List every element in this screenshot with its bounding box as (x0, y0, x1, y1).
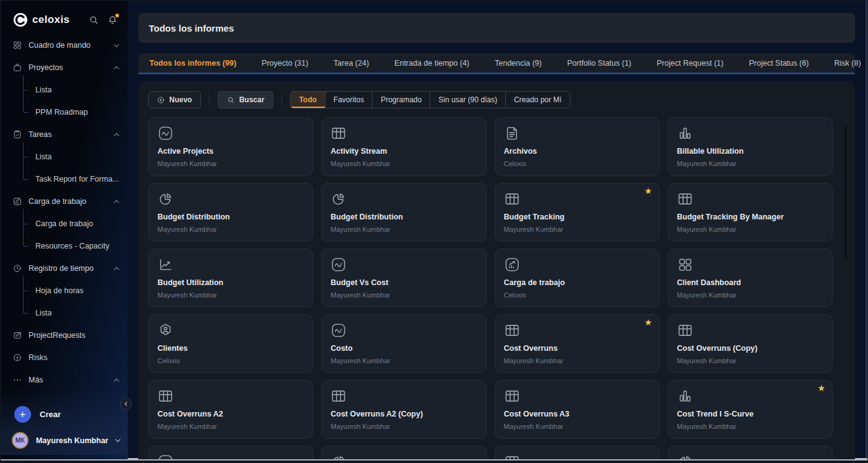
report-card-budget-vs-cost[interactable]: ★ Budget Vs Cost Mayuresh Kumbhar (321, 249, 486, 307)
tab-tendencia-9[interactable]: Tendencia (9) (495, 59, 542, 68)
tab-tarea-24[interactable]: Tarea (24) (334, 59, 369, 68)
report-card-billable-utilization[interactable]: ★ Billable Utilization Mayuresh Kumbhar (668, 117, 833, 176)
report-card[interactable] (321, 446, 486, 459)
sidebar-item-ppm-roadmap[interactable]: PPM Roadmap (1, 101, 128, 123)
report-card-activity-stream[interactable]: ★ Activity Stream Mayuresh Kumbhar (321, 117, 486, 176)
tree-connector (21, 168, 29, 190)
sidebar-item-registro-de-tiempo[interactable]: Registro de tiempo (1, 257, 128, 280)
report-card-cost-overruns[interactable]: ★ Cost Overruns Mayuresh Kumbhar (495, 314, 660, 373)
report-card-archivos[interactable]: ★ Archivos Celoxis (495, 117, 660, 176)
sidebar-item-lista[interactable]: Lista (1, 79, 128, 101)
reports-grid: ★ Active Projects Mayuresh Kumbhar ★ Act… (148, 117, 833, 439)
tab-project-status-6[interactable]: Project Status (6) (749, 59, 809, 68)
bar-chart-icon (677, 125, 693, 141)
report-title: Cost Overruns A2 (Copy) (330, 410, 477, 418)
notifications-bell-icon[interactable] (107, 15, 118, 25)
sidebar-item-label: Lista (35, 152, 51, 161)
sidebar-item-lista[interactable]: Lista (1, 146, 128, 168)
filter-programado[interactable]: Programado (373, 92, 430, 108)
report-card-cost-overruns-a2-copy[interactable]: ★ Cost Overruns A2 (Copy) Mayuresh Kumbh… (321, 380, 486, 439)
sidebar-item-cuadro-de-mando[interactable]: Cuadro de mando (1, 34, 128, 56)
sidebar-item-projectrequests[interactable]: ProjectRequests (1, 324, 128, 346)
pie-chart-icon (157, 191, 174, 207)
report-card-cost-overruns-a3[interactable]: ★ Cost Overruns A3 Mayuresh Kumbhar (495, 380, 660, 439)
report-card-costo[interactable]: ★ Costo Mayuresh Kumbhar (321, 314, 486, 373)
tab-todos-los-informes-99[interactable]: Todos los informes (99) (149, 59, 236, 68)
dashboard-grid-icon (12, 40, 22, 50)
filter-todo[interactable]: Todo (291, 92, 325, 108)
sidebar-item-label: Task Report for Forma... (35, 175, 118, 183)
report-card-carga-de-trabajo[interactable]: ★ Carga de trabajo Celoxis (495, 249, 660, 307)
tab-risk-8[interactable]: Risk (8) (835, 59, 861, 68)
report-card[interactable] (148, 446, 313, 459)
tab-label: Tarea (24) (334, 59, 369, 68)
favorite-star-icon[interactable]: ★ (644, 318, 652, 327)
tab-project-request-1[interactable]: Project Request (1) (657, 59, 724, 68)
new-button-label: Nuevo (169, 95, 192, 104)
search-button-label: Buscar (239, 95, 265, 104)
table-icon (504, 191, 520, 207)
new-button[interactable]: Nuevo (148, 91, 201, 108)
report-card-clientes[interactable]: ★ Clientes Celoxis (148, 314, 313, 373)
avatar: MK (12, 432, 29, 449)
user-menu[interactable]: MK Mayuresh Kumbhar (12, 432, 120, 449)
sidebar-item-proyectos[interactable]: Proyectos (1, 56, 128, 79)
sidebar-collapse-button[interactable] (120, 398, 132, 410)
bar-chart-icon (677, 388, 693, 404)
sidebar-item-carga-de-trabajo[interactable]: Carga de trabajo (1, 213, 128, 235)
wave-chart-icon (157, 125, 174, 141)
bar-chart-icon (677, 125, 693, 141)
report-card-budget-tracking[interactable]: ★ Budget Tracking Mayuresh Kumbhar (495, 183, 660, 242)
filter-sin-usar-90-d-as[interactable]: Sin usar (90 días) (430, 92, 506, 108)
report-card[interactable] (668, 446, 833, 459)
create-button[interactable]: + Crear (14, 406, 61, 423)
tab-entrada-de-tiempo-4[interactable]: Entrada de tiempo (4) (394, 59, 469, 68)
divider (209, 94, 210, 105)
report-title: Costo (330, 344, 477, 353)
sidebar-item-resources-capacity[interactable]: Resources - Capacity (1, 235, 128, 257)
report-card-cost-overruns-a2[interactable]: ★ Cost Overruns A2 Mayuresh Kumbhar (148, 380, 313, 439)
report-card-cost-overruns-copy[interactable]: ★ Cost Overruns (Copy) Mayuresh Kumbhar (668, 314, 833, 373)
pie-chart-icon (330, 454, 347, 459)
filter-favoritos[interactable]: Favoritos (326, 92, 373, 108)
report-card-budget-utilization[interactable]: ★ Budget Utilization Mayuresh Kumbhar (148, 249, 313, 307)
sidebar-item-tareas[interactable]: Tareas (1, 123, 128, 146)
table-icon (157, 388, 174, 404)
pie-chart-icon (330, 454, 347, 459)
report-author: Celoxis (157, 357, 304, 364)
wave-chart-icon (330, 257, 347, 273)
filter-creado-por-m[interactable]: Creado por Mí (506, 92, 570, 108)
sidebar-item-task-report-for-forma[interactable]: Task Report for Forma... (1, 168, 128, 190)
report-card-cost-trend-i-s-curve[interactable]: ★ Cost Trend I S-Curve Mayuresh Kumbhar (668, 380, 833, 439)
tree-connector (21, 101, 29, 123)
favorite-star-icon[interactable]: ★ (644, 187, 652, 195)
table-icon (330, 388, 347, 404)
search-icon[interactable] (89, 15, 99, 25)
sidebar-item-carga-de-trabajo[interactable]: Carga de trabajo (1, 190, 128, 213)
report-author: Mayuresh Kumbhar (330, 423, 477, 430)
report-title: Budget Utilization (157, 278, 304, 287)
report-card-budget-distribution[interactable]: ★ Budget Distribution Mayuresh Kumbhar (148, 183, 313, 242)
search-button[interactable]: Buscar (218, 91, 274, 108)
workload-icon (12, 196, 22, 206)
plus-icon: + (14, 406, 31, 423)
report-card-budget-tracking-by-manager[interactable]: ★ Budget Tracking By Manager Mayuresh Ku… (668, 183, 833, 242)
report-card-client-dashboard[interactable]: ★ Client Dashboard Mayuresh Kumbhar (668, 249, 833, 307)
sidebar-item-lista[interactable]: Lista (1, 302, 128, 324)
sidebar-item-hoja-de-horas[interactable]: Hoja de horas (1, 280, 128, 302)
report-card-budget-distribution[interactable]: ★ Budget Distribution Mayuresh Kumbhar (321, 183, 486, 242)
table-icon (504, 454, 520, 459)
pie-chart-icon (677, 454, 693, 459)
tab-portfolio-status-1[interactable]: Portfolio Status (1) (567, 59, 632, 68)
project-requests-icon (12, 330, 22, 340)
sidebar-item-risks[interactable]: Risks (1, 346, 128, 369)
dashboard-icon (677, 257, 693, 273)
tree-connector (21, 302, 29, 324)
report-card[interactable] (495, 446, 660, 459)
tab-proyecto-31[interactable]: Proyecto (31) (262, 59, 308, 68)
vertical-scrollbar[interactable] (844, 126, 847, 259)
tasks-icon (12, 130, 22, 139)
report-card-active-projects[interactable]: ★ Active Projects Mayuresh Kumbhar (148, 117, 313, 176)
risks-icon (12, 353, 22, 363)
favorite-star-icon[interactable]: ★ (817, 384, 825, 392)
